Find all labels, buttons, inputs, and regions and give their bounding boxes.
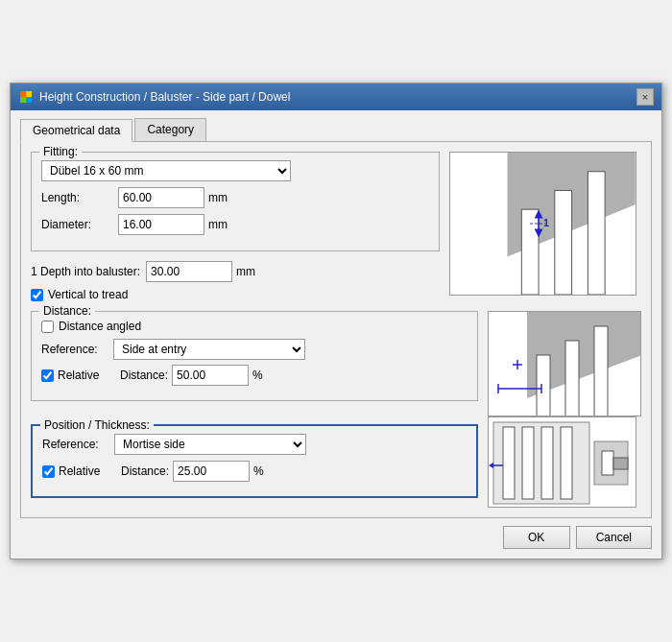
- distance-unit: %: [252, 369, 263, 382]
- top-section: Fitting: Dübel 16 x 60 mm Length: mm: [31, 152, 641, 307]
- diameter-row: Diameter: mm: [41, 214, 429, 235]
- diagram1-col: 1: [449, 152, 641, 307]
- vertical-tread-row: Vertical to tread: [31, 288, 440, 301]
- relative-label: Relative: [58, 369, 120, 382]
- reference-label: Reference:: [41, 343, 113, 356]
- svg-rect-29: [602, 451, 613, 475]
- svg-rect-15: [565, 341, 579, 416]
- diameter-input[interactable]: [118, 214, 204, 235]
- close-button[interactable]: ×: [636, 88, 654, 106]
- diagram2-svg: [489, 312, 641, 416]
- distance-label: Distance:: [39, 304, 95, 318]
- fitting-section: Fitting: Dübel 16 x 60 mm Length: mm: [31, 152, 440, 251]
- svg-rect-14: [537, 355, 550, 416]
- pos-distance-input[interactable]: [173, 461, 250, 482]
- position-section: Position / Thickness: Reference: Mortise…: [31, 424, 478, 498]
- distance-area: Distance: Distance angled Reference: Sid…: [31, 311, 641, 416]
- length-unit: mm: [208, 191, 228, 204]
- distance-angled-checkbox[interactable]: [41, 321, 54, 333]
- pos-relative-distance-row: Relative Distance: %: [42, 461, 467, 482]
- diagram3-svg: [489, 417, 636, 508]
- relative-checkbox[interactable]: [41, 369, 54, 382]
- diagram2: [488, 311, 641, 416]
- length-label: Length:: [41, 191, 118, 204]
- distance-diagram-col: [488, 311, 641, 416]
- tab-content: Fitting: Dübel 16 x 60 mm Length: mm: [20, 141, 652, 518]
- svg-rect-16: [594, 326, 608, 416]
- distance-angled-label: Distance angled: [59, 320, 141, 333]
- tab-category[interactable]: Category: [134, 118, 206, 141]
- fitting-dropdown[interactable]: Dübel 16 x 60 mm: [41, 160, 291, 181]
- svg-rect-3: [26, 97, 32, 103]
- pos-reference-dropdown[interactable]: Mortise side: [114, 434, 306, 455]
- pos-distance-text-label: Distance:: [121, 464, 169, 478]
- ok-button[interactable]: OK: [503, 526, 570, 549]
- reference-dropdown[interactable]: Side at entry: [113, 339, 305, 360]
- button-row: OK Cancel: [20, 518, 652, 549]
- svg-rect-26: [541, 427, 553, 499]
- distance-input[interactable]: [172, 365, 249, 386]
- window-content: Geometrical data Category Fitting: Dübel…: [11, 110, 661, 559]
- position-diagram-col: [488, 416, 641, 508]
- cancel-button[interactable]: Cancel: [576, 526, 652, 549]
- pos-reference-label: Reference:: [42, 438, 114, 451]
- position-section-label: Position / Thickness:: [40, 418, 154, 432]
- depth-input[interactable]: [146, 261, 232, 282]
- title-bar-left: Height Construction / Baluster - Side pa…: [18, 89, 290, 105]
- vertical-tread-label: Vertical to tread: [48, 288, 128, 301]
- pos-reference-row: Reference: Mortise side: [42, 434, 467, 455]
- main-window: Height Construction / Baluster - Side pa…: [10, 83, 662, 559]
- diameter-label: Diameter:: [41, 218, 118, 231]
- distance-text-label: Distance:: [120, 369, 168, 382]
- svg-rect-1: [26, 91, 32, 97]
- tab-bar: Geometrical data Category: [20, 118, 652, 141]
- svg-rect-8: [588, 172, 605, 295]
- fitting-dropdown-row: Dübel 16 x 60 mm: [41, 160, 429, 181]
- vertical-tread-checkbox[interactable]: [31, 289, 43, 301]
- svg-rect-30: [613, 458, 628, 469]
- distance-angled-row: Distance angled: [41, 320, 468, 333]
- fitting-label: Fitting:: [39, 145, 82, 158]
- pos-relative-checkbox[interactable]: [42, 465, 55, 478]
- svg-rect-7: [555, 190, 572, 295]
- depth-row: 1 Depth into baluster: mm: [31, 261, 440, 282]
- length-input[interactable]: [118, 187, 204, 208]
- window-title: Height Construction / Baluster - Side pa…: [39, 90, 290, 104]
- depth-label: 1 Depth into baluster:: [31, 265, 140, 278]
- svg-rect-24: [503, 427, 515, 499]
- position-area: Position / Thickness: Reference: Mortise…: [31, 416, 641, 508]
- svg-rect-27: [561, 427, 572, 499]
- distance-left: Distance: Distance angled Reference: Sid…: [31, 311, 478, 416]
- pos-relative-label: Relative: [59, 464, 121, 478]
- left-col: Fitting: Dübel 16 x 60 mm Length: mm: [31, 152, 440, 307]
- diagram3: [488, 416, 636, 508]
- relative-distance-row: Relative Distance: %: [41, 365, 468, 386]
- distance-section: Distance: Distance angled Reference: Sid…: [31, 311, 478, 401]
- svg-rect-25: [522, 427, 534, 499]
- diagram1-svg: 1: [450, 153, 636, 295]
- depth-unit: mm: [236, 265, 255, 278]
- reference-row: Reference: Side at entry: [41, 339, 468, 360]
- position-left: Position / Thickness: Reference: Mortise…: [31, 416, 478, 508]
- svg-rect-0: [20, 91, 26, 97]
- pos-distance-unit: %: [253, 464, 264, 478]
- tab-geometrical-data[interactable]: Geometrical data: [20, 119, 132, 142]
- svg-text:1: 1: [543, 217, 549, 228]
- diagram1: 1: [449, 152, 636, 296]
- title-bar: Height Construction / Baluster - Side pa…: [11, 83, 661, 110]
- diameter-unit: mm: [208, 218, 228, 231]
- app-icon: [18, 89, 34, 105]
- svg-rect-6: [521, 209, 539, 295]
- svg-rect-2: [20, 97, 26, 103]
- length-row: Length: mm: [41, 187, 429, 208]
